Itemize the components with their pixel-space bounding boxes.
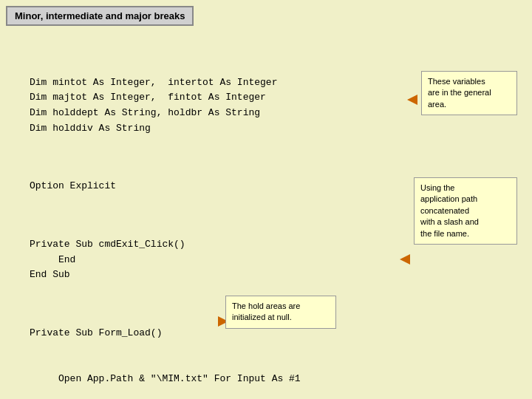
annotation-general-text-2: are in the general	[428, 88, 491, 97]
annotation-hold-areas: The hold areas are initialized at null.	[225, 296, 336, 329]
annotation-hold-text-2: initialized at null.	[232, 313, 292, 321]
annotation-hold-text-1: The hold areas are	[232, 301, 300, 310]
annotation-general-area: These variables are in the general area.	[421, 71, 517, 115]
title-bar: Minor, intermediate and major breaks	[6, 6, 194, 26]
annotation-apppath-text-1: Using the	[420, 183, 454, 192]
arrow-apppath-icon	[400, 254, 410, 265]
annotation-general-text-1: These variables	[428, 77, 485, 86]
annotation-apppath-text-5: the file name.	[420, 229, 469, 238]
annotation-general-text-3: area.	[428, 100, 446, 109]
annotation-apppath-text-3: concatenated	[420, 206, 469, 215]
annotation-app-path: Using the application path concatenated …	[414, 177, 517, 245]
code-block-4-line2: Open App.Path & "\MIM.txt" For Input As …	[30, 372, 517, 387]
arrow-general-icon	[407, 95, 417, 105]
annotation-apppath-text-2: application path	[420, 194, 477, 203]
annotation-apppath-text-4: with a slash and	[420, 217, 479, 226]
